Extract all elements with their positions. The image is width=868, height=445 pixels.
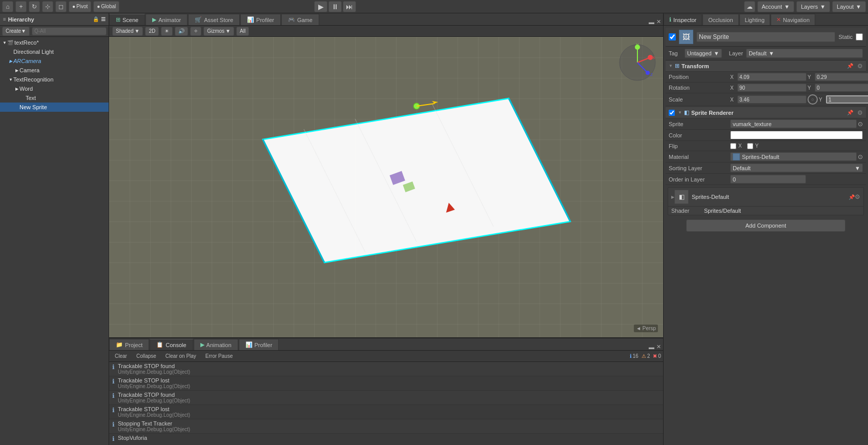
tag-dropdown[interactable]: Untagged ▼ [685, 49, 722, 58]
flip-label: Flip [669, 143, 730, 149]
create-button[interactable]: Create ▼ [2, 27, 30, 36]
refresh-icon[interactable]: ↻ [29, 1, 40, 12]
cloud-icon[interactable]: ☁ [744, 1, 755, 12]
collapse-button[interactable]: Collapse [133, 352, 160, 360]
sprite-renderer-header[interactable]: ▼ ◧ Sprite Renderer 📌 ⚙ [666, 107, 866, 118]
effects-btn[interactable]: ✧ [190, 27, 201, 36]
rot-x-field[interactable] [737, 84, 807, 92]
log-entry-5[interactable]: ℹ StopVuforia [109, 434, 663, 445]
sprite-renderer-gear[interactable]: ⚙ [857, 109, 863, 116]
tab-profiler[interactable]: 📊 Profiler [240, 14, 281, 25]
tab-occlusion[interactable]: Occlusion [702, 14, 738, 25]
console-close[interactable]: ✕ [656, 343, 661, 350]
tree-item-word[interactable]: ▶ Word [0, 84, 109, 93]
tab-lighting[interactable]: Lighting [739, 14, 771, 25]
clear-button[interactable]: Clear [111, 352, 131, 360]
transform-gear[interactable]: ⚙ [857, 63, 863, 70]
scene-maximize[interactable]: ▬ [649, 19, 654, 25]
bottom-tabs-row: 📁 Project 📋 Console ▶ Animation 📊 Profil… [109, 338, 663, 351]
static-checkbox[interactable] [856, 33, 863, 41]
log-entry-3[interactable]: ℹ Trackable STOP lost UnityEngine.Debug.… [109, 405, 663, 419]
svg-text:X: X [652, 55, 655, 60]
tree-item-textrecognition[interactable]: ▼ TextRecognition [0, 75, 109, 84]
clear-on-play-button[interactable]: Clear on Play [162, 352, 200, 360]
gizmos-btn[interactable]: Gizmos ▼ [203, 27, 234, 36]
select-icon[interactable]: ⊹ [42, 1, 53, 12]
shading-mode-btn[interactable]: Shaded ▼ [112, 27, 143, 36]
scene-gizmo[interactable]: Y X Z [617, 42, 658, 83]
add-icon[interactable]: + [15, 1, 27, 12]
layout-dropdown[interactable]: Layout ▼ [832, 1, 866, 12]
2d-mode-btn[interactable]: 2D [145, 27, 159, 36]
hierarchy-panel: ≡ Hierarchy 🔒 ☰ Create ▼ ▼ 🎬 textReco* D… [0, 13, 109, 445]
layer-dropdown[interactable]: Default ▼ [746, 49, 863, 58]
object-name-input[interactable] [696, 32, 835, 42]
tab-navigation[interactable]: ✕ Navigation [771, 14, 815, 25]
rot-y-field[interactable] [815, 84, 868, 92]
console-maximize[interactable]: ▬ [649, 344, 654, 350]
tab-asset-store[interactable]: 🛒 Asset Store [188, 14, 240, 25]
tree-item-arcamera[interactable]: ▶ ARCamera [0, 56, 109, 66]
tab-inspector[interactable]: ℹ Inspector [664, 14, 702, 25]
order-value-field[interactable] [730, 175, 806, 184]
tab-project[interactable]: 📁 Project [109, 339, 149, 350]
pos-y-field[interactable] [815, 73, 868, 81]
error-pause-button[interactable]: Error Pause [202, 352, 236, 360]
material-target-icon[interactable]: ⊙ [858, 153, 863, 160]
flip-y-checkbox[interactable] [747, 143, 753, 149]
material-pin2[interactable]: 📌 [849, 194, 855, 200]
pivot-toggle[interactable]: ● Pivot [69, 1, 91, 12]
hierarchy-menu[interactable]: ☰ [101, 16, 106, 22]
scale-row: Scale X ○ Y Z [666, 93, 866, 106]
tree-item-directional[interactable]: Directional Light [0, 47, 109, 56]
top-toolbar: ⌂ + ↻ ⊹ ◻ ● Pivot ● Global ▶ ⏸ ⏭ ☁ Accou… [0, 0, 868, 13]
transform-arrow: ▼ [669, 64, 673, 68]
tree-item-new-sprite[interactable]: New Sprite [0, 103, 109, 112]
transform-pin[interactable]: 📌 [847, 63, 853, 69]
scale-lock-icon[interactable]: ○ [808, 94, 818, 105]
tab-game[interactable]: 🎮 Game [281, 14, 319, 25]
hierarchy-lock[interactable]: 🔒 [93, 16, 99, 22]
pos-x-field[interactable] [737, 73, 807, 81]
log-entry-1[interactable]: ℹ Trackable STOP lost UnityEngine.Debug.… [109, 376, 663, 391]
all-btn[interactable]: All [236, 27, 249, 36]
transform-header[interactable]: ▼ ⊞ Transform 📌 ⚙ [666, 60, 866, 72]
flip-x-checkbox[interactable] [730, 143, 736, 149]
global-toggle[interactable]: ● Global [93, 1, 119, 12]
play-button[interactable]: ▶ [314, 1, 327, 12]
layers-dropdown[interactable]: Layers ▼ [796, 1, 830, 12]
scene-close[interactable]: ✕ [656, 18, 661, 25]
color-swatch[interactable] [730, 131, 863, 139]
scale-x-field[interactable] [737, 95, 807, 104]
home-icon[interactable]: ⌂ [2, 1, 13, 12]
scale-y-field[interactable] [826, 95, 868, 104]
tab-console[interactable]: 📋 Console [150, 339, 193, 350]
tab-bottom-profiler[interactable]: 📊 Profiler [239, 339, 279, 350]
sprite-renderer-pin[interactable]: 📌 [847, 110, 853, 115]
log-entry-2[interactable]: ℹ Trackable STOP found UnityEngine.Debug… [109, 391, 663, 405]
tree-item-text[interactable]: Text [0, 93, 109, 103]
sprite-renderer-checkbox[interactable] [669, 110, 675, 116]
layout-label: Layout [837, 4, 854, 10]
object-enabled-checkbox[interactable] [669, 33, 676, 41]
scene-canvas[interactable]: Y X Z ◄ Persp [109, 37, 663, 337]
lighting-btn[interactable]: ☀ [161, 27, 173, 36]
tree-item-textReco[interactable]: ▼ 🎬 textReco* [0, 38, 109, 47]
tab-animator[interactable]: ▶ Animator [146, 14, 188, 25]
log-entry-4[interactable]: ℹ Stopping Text Tracker UnityEngine.Debu… [109, 419, 663, 434]
tree-item-camera[interactable]: ▶ Camera [0, 66, 109, 75]
add-component-button[interactable]: Add Component [686, 219, 845, 232]
tab-scene[interactable]: ⊞ Scene [109, 14, 145, 25]
settings-icon[interactable]: ◻ [55, 1, 67, 12]
scale-label: Scale [669, 96, 730, 103]
step-button[interactable]: ⏭ [343, 1, 356, 12]
log-entry-0[interactable]: ℹ Trackable STOP found UnityEngine.Debug… [109, 362, 663, 376]
tab-animation[interactable]: ▶ Animation [194, 339, 238, 350]
sorting-layer-dropdown[interactable]: Default ▼ [730, 164, 863, 172]
sprite-target-icon[interactable]: ⊙ [858, 120, 863, 128]
material-gear-icon[interactable]: ⚙ [855, 193, 860, 200]
audio-btn[interactable]: 🔊 [175, 27, 188, 36]
pause-button[interactable]: ⏸ [328, 1, 342, 12]
hierarchy-search[interactable] [32, 27, 107, 35]
account-dropdown[interactable]: Account ▼ [757, 1, 795, 12]
